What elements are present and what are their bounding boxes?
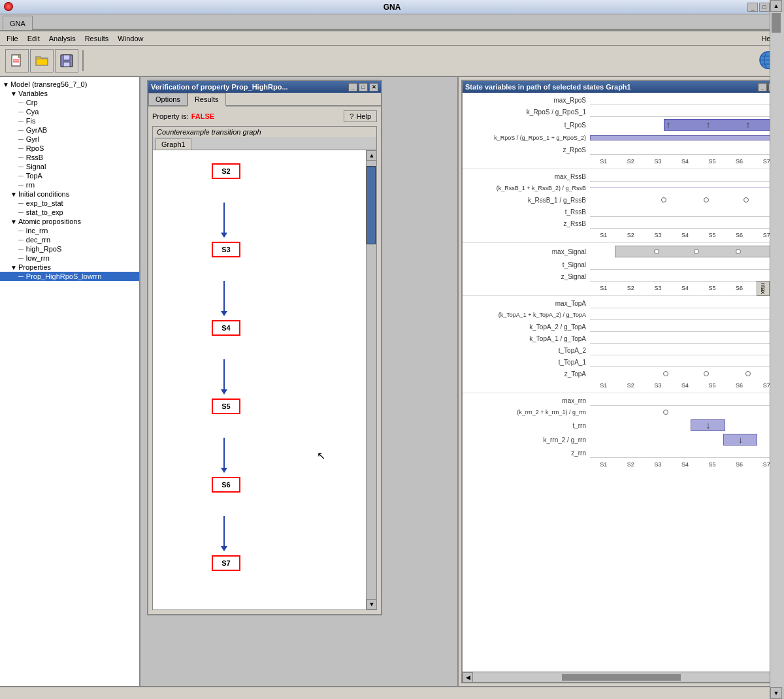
tree-item-exp-to-stat[interactable]: ─ exp_to_stat [0,199,139,208]
scroll-down-btn[interactable]: ▼ [367,599,376,610]
vertical-scrollbar[interactable]: ▲ ▼ [366,150,376,610]
svg-rect-3 [13,61,19,63]
tree-item-signal[interactable]: ─ Signal [0,162,139,171]
sv-chart-area[interactable]: max_RpoS k_RpoS / g_RpoS_1 t_RpoS [463,93,780,672]
scroll-up-btn[interactable]: ▲ [367,150,376,161]
item-label: dec_rrn [26,236,50,244]
expand-icon: ▼ [10,218,17,225]
chart-row-trssb: t_RssB [463,206,780,218]
tree-item-fis[interactable]: ─ Fis [0,116,139,125]
save-button[interactable] [55,49,78,73]
graph-canvas[interactable]: S2S3S4S5S6S7 [153,150,366,610]
tree-item-gyri[interactable]: ─ GyrI [0,135,139,144]
h-scroll-track [473,674,770,681]
v-scroll-thumb-right[interactable] [772,13,781,33]
menu-edit[interactable]: Edit [24,33,44,44]
section-label: Properties [18,263,51,271]
item-label: high_RpoS [26,245,61,253]
tree-item-stat-to-exp[interactable]: ─ stat_to_exp [0,208,139,217]
sv-win-btn1[interactable]: _ [758,83,767,91]
rpos-section: max_RpoS k_RpoS / g_RpoS_1 t_RpoS [463,93,780,169]
state-node-S3[interactable]: S3 [212,242,240,257]
tree-item-high-rpos[interactable]: ─ high_RpoS [0,244,139,253]
state-node-S7[interactable]: S7 [212,555,240,571]
menu-analysis[interactable]: Analysis [45,33,80,44]
new-button[interactable] [5,49,29,73]
svg-rect-5 [63,55,70,60]
verify-maximize[interactable]: □ [359,83,368,91]
menu-window[interactable]: Window [114,33,147,44]
ztopa-circle2 [704,371,709,376]
tree-item-dec-rrn[interactable]: ─ dec_rrn [0,235,139,244]
property-line: Property is: FALSE ? Help [152,110,377,122]
chart-row-max-signal: max_Signal [463,244,780,259]
maximize-btn[interactable]: □ [759,3,770,12]
trpos-bar [664,119,776,131]
tree-item-low-rrn[interactable]: ─ low_rrn [0,253,139,263]
minimize-btn[interactable]: _ [747,3,758,12]
chart-row-ktopa12-gtopa: (k_TopA_1 + k_TopA_2) / g_TopA [463,309,780,321]
h-scroll-thumb[interactable] [562,674,681,681]
tab-options[interactable]: Options [148,93,188,105]
item-label: Prop_HighRpoS_lowrrn [26,272,102,280]
h-scrollbar[interactable]: ◀ ▶ [463,672,780,682]
tree-atomic-propositions[interactable]: ▼ Atomic propositions [0,217,139,226]
up-arrow-3: ↑ [746,120,751,130]
verify-minimize[interactable]: _ [348,83,357,91]
v-scroll-down[interactable]: ▼ [770,687,782,699]
verify-title: Verification of property Prop_HighRpo... [151,83,348,91]
app-tab-gna[interactable]: GNA [3,16,33,30]
chart-axis-rpos: S1S2S3S4S5S6S7 [463,155,780,167]
tab-strip: GNA □ [0,14,784,31]
help-button[interactable]: ? Help [344,110,377,122]
menu-results[interactable]: Results [81,33,113,44]
graph-tab-1[interactable]: Graph1 [155,138,191,150]
chart-axis-signal: S1S2S3S4S5S6S7 [463,282,780,294]
tree-item-rrn[interactable]: ─ rrn [0,180,139,189]
tree-item-rssb[interactable]: ─ RssB [0,153,139,162]
down-arrow-krrn2: ↓ [738,434,743,445]
tree-item-crp[interactable]: ─ Crp [0,98,139,107]
new-icon [9,53,25,69]
v-scroll-up[interactable]: ▲ [770,0,782,12]
chart-row-krrn2-grrn: k_rrn_2 / g_rrn ↓ [463,432,780,447]
far-right-scrollbar: ▲ ▼ [770,0,784,699]
tree-properties[interactable]: ▼ Properties [0,263,139,272]
chart-row-ztopa: z_TopA [463,368,780,380]
window-close-dot [4,2,13,11]
open-button[interactable] [30,49,54,73]
chart-row-ktopa1-gtopa: k_TopA_1 / g_TopA [463,333,780,344]
tree-item-gyrab[interactable]: ─ GyrAB [0,125,139,135]
state-node-S6[interactable]: S6 [212,477,240,493]
tree-item-cya[interactable]: ─ Cya [0,107,139,116]
item-label: exp_to_stat [26,199,63,207]
chart-row-krssb12-grssb: (k_RssB_1 + k_RssB_2) / g_RssB [463,182,780,194]
signal-circle1 [654,249,659,254]
svg-rect-1 [18,55,20,57]
title-bar: GNA _ □ ✕ [0,0,784,14]
scroll-thumb[interactable] [367,166,376,244]
expand-icon: ▼ [10,264,17,271]
tree-item-rpos[interactable]: ─ RpoS [0,144,139,153]
state-node-S4[interactable]: S4 [212,320,240,336]
tree-item-topa[interactable]: ─ TopA [0,171,139,180]
menu-file[interactable]: File [3,33,22,44]
krpos-bar [590,135,780,140]
verify-content: Property is: FALSE ? Help Counterexample… [148,106,381,614]
h-scroll-left[interactable]: ◀ [463,672,473,683]
tree-model-root[interactable]: ▼ Model (transreg56_7_0) [0,80,139,89]
verify-close[interactable]: ✕ [369,83,378,91]
tree-item-prop[interactable]: ─ Prop_HighRpoS_lowrrn [0,272,139,281]
tab-results[interactable]: Results [188,93,226,106]
graph-area: S2S3S4S5S6S7 ▲ ▼ [153,150,376,610]
item-label: low_rrn [26,254,50,262]
tree-item-inc-rrn[interactable]: ─ inc_rrn [0,226,139,235]
ztopa-circle1 [663,371,668,376]
tree-initial-conditions[interactable]: ▼ Initial conditions [0,189,139,199]
help-icon: ? [350,112,353,120]
up-arrow-2: ↑ [706,120,711,130]
state-node-S5[interactable]: S5 [212,398,240,414]
tree-variables[interactable]: ▼ Variables [0,89,139,98]
state-node-S2[interactable]: S2 [212,163,240,179]
expand-icon: ▼ [10,191,17,198]
